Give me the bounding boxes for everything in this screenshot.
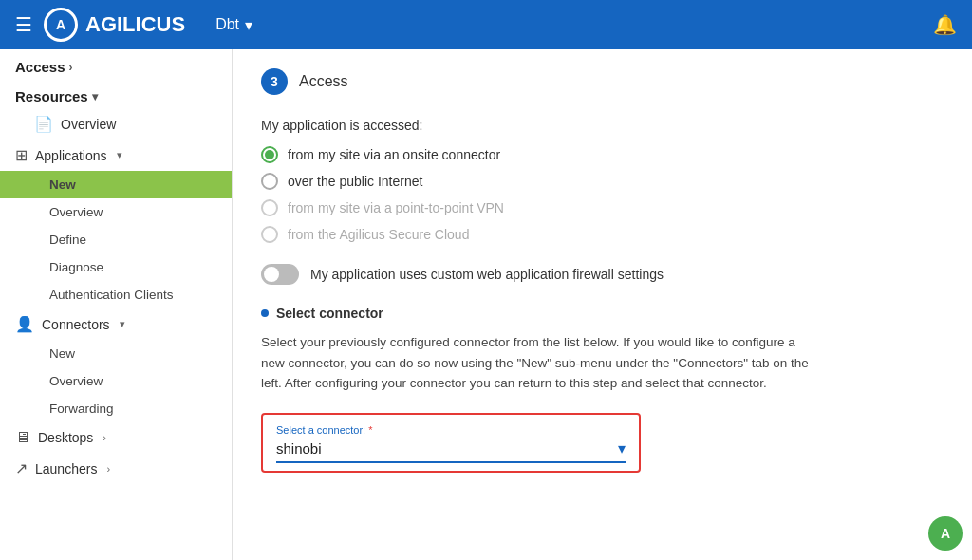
connectors-chevron-icon: ▾ [120, 318, 125, 330]
sidebar-desktops-header[interactable]: 🖥 Desktops › [0, 422, 232, 453]
sidebar-desktops-label: Desktops [38, 430, 93, 445]
step-number: 3 [271, 74, 278, 89]
sidebar-item-overview-top-label: Overview [61, 117, 116, 132]
connector-select-label: Select a connector: * [276, 424, 626, 436]
notification-bell-icon[interactable]: 🔔 [933, 13, 957, 36]
sidebar-item-overview[interactable]: Overview [0, 198, 232, 226]
radio-option-public[interactable]: over the public Internet [261, 173, 944, 190]
app-header: ☰ A AGILICUS Dbt ▾ 🔔 [0, 0, 972, 49]
connector-selected-value-text: shinobi [276, 440, 322, 457]
connector-section-title-text: Select connector [276, 306, 383, 321]
radio-btn-public [261, 173, 278, 190]
sidebar-resources-header[interactable]: Resources ▾ [0, 79, 232, 108]
workspace-dropdown[interactable]: Dbt ▾ [215, 16, 252, 34]
sidebar-item-conn-overview[interactable]: Overview [0, 367, 232, 395]
radio-option-vpn: from my site via a point-to-point VPN [261, 199, 944, 216]
sidebar-resources-label: Resources [15, 88, 88, 104]
applications-chevron-icon: ▾ [117, 149, 122, 161]
menu-icon[interactable]: ☰ [15, 13, 32, 36]
radio-option-onsite[interactable]: from my site via an onsite connector [261, 146, 944, 163]
bottom-logo-icon: A [928, 516, 963, 551]
connectors-icon: 👤 [15, 315, 34, 333]
sidebar-item-conn-new[interactable]: New [0, 340, 232, 367]
sidebar-connectors-label: Connectors [42, 317, 110, 332]
sidebar-launchers-header[interactable]: ↗ Launchers › [0, 453, 232, 484]
desktops-chevron-icon: › [103, 432, 106, 443]
radio-label-public: over the public Internet [288, 174, 422, 189]
access-section-label: My application is accessed: [261, 118, 944, 133]
radio-btn-vpn [261, 199, 278, 216]
launchers-chevron-icon: › [106, 463, 110, 475]
grid-icon: ⊞ [15, 146, 28, 164]
sidebar-item-auth-clients[interactable]: Authentication Clients [0, 281, 232, 308]
sidebar: Access › Resources ▾ 📄 Overview ⊞ Applic… [0, 49, 233, 560]
sidebar-resources-chevron-icon: ▾ [92, 90, 98, 103]
sidebar-item-conn-forwarding[interactable]: Forwarding [0, 395, 232, 422]
sidebar-item-diagnose[interactable]: Diagnose [0, 253, 232, 281]
app-logo: A AGILICUS [44, 8, 185, 42]
sidebar-item-new-label: New [49, 177, 76, 192]
sidebar-item-new[interactable]: New [0, 171, 232, 198]
sidebar-item-define[interactable]: Define [0, 226, 232, 253]
radio-option-cloud: from the Agilicus Secure Cloud [261, 226, 944, 243]
radio-label-cloud: from the Agilicus Secure Cloud [288, 227, 469, 242]
sidebar-launchers-label: Launchers [35, 461, 97, 476]
select-label-text: Select a connector: [276, 424, 365, 436]
workspace-chevron-icon: ▾ [245, 16, 252, 34]
connector-section-title: Select connector [261, 306, 944, 321]
step-header: 3 Access [261, 68, 944, 95]
sidebar-item-auth-clients-label: Authentication Clients [49, 288, 174, 302]
sidebar-item-conn-forwarding-label: Forwarding [49, 401, 114, 416]
sidebar-item-conn-overview-label: Overview [49, 374, 103, 388]
sidebar-item-overview-label: Overview [49, 205, 103, 219]
access-radio-group: from my site via an onsite connector ove… [261, 146, 944, 243]
select-required-marker: * [368, 424, 372, 436]
firewall-toggle[interactable] [261, 264, 299, 285]
desktop-icon: 🖥 [15, 429, 30, 446]
sidebar-access-header[interactable]: Access › [0, 49, 232, 79]
connector-dropdown-arrow-icon: ▾ [618, 439, 626, 457]
sidebar-item-overview-top[interactable]: 📄 Overview [0, 108, 232, 140]
sidebar-item-define-label: Define [49, 233, 86, 247]
sidebar-item-conn-new-label: New [49, 346, 75, 361]
document-icon: 📄 [34, 115, 53, 133]
connector-select-wrapper[interactable]: Select a connector: * shinobi ▾ [261, 413, 641, 473]
main-layout: Access › Resources ▾ 📄 Overview ⊞ Applic… [0, 49, 972, 560]
radio-label-onsite: from my site via an onsite connector [288, 147, 500, 162]
sidebar-item-diagnose-label: Diagnose [49, 260, 103, 274]
launcher-icon: ↗ [15, 459, 28, 477]
sidebar-connectors-header[interactable]: 👤 Connectors ▾ [0, 308, 232, 340]
sidebar-access-chevron-icon: › [69, 61, 73, 74]
connector-select-value[interactable]: shinobi ▾ [276, 439, 626, 463]
sidebar-applications-header[interactable]: ⊞ Applications ▾ [0, 140, 232, 171]
step-title: Access [299, 73, 348, 90]
firewall-toggle-label: My application uses custom web applicati… [310, 267, 664, 282]
firewall-toggle-row: My application uses custom web applicati… [261, 264, 944, 285]
step-number-circle: 3 [261, 68, 288, 95]
main-content: 3 Access My application is accessed: fro… [233, 49, 972, 560]
sidebar-applications-label: Applications [35, 148, 107, 163]
workspace-label: Dbt [215, 16, 239, 33]
radio-btn-cloud [261, 226, 278, 243]
connector-dot-icon [261, 309, 269, 317]
logo-circle: A [44, 8, 78, 42]
logo-text: AGILICUS [85, 12, 185, 37]
radio-label-vpn: from my site via a point-to-point VPN [288, 200, 504, 215]
radio-btn-onsite [261, 146, 278, 163]
connector-description: Select your previously configured connec… [261, 332, 812, 394]
sidebar-access-label: Access [15, 59, 65, 75]
